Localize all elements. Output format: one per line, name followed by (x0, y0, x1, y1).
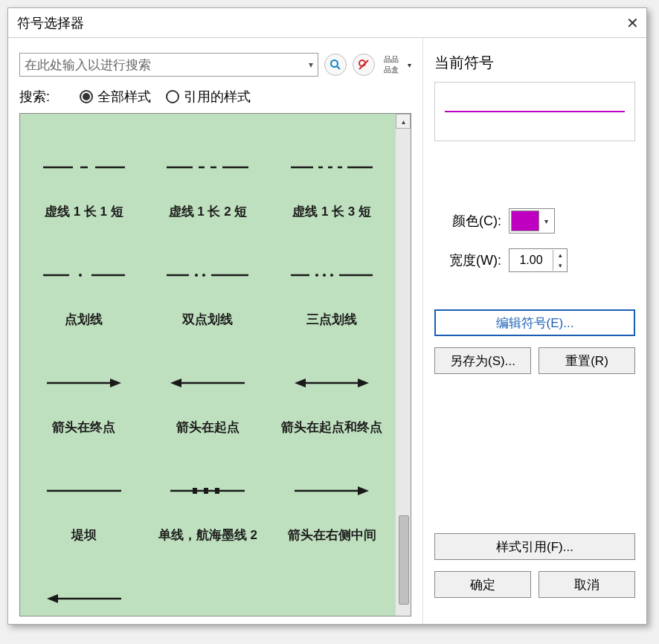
symbol-preview (28, 452, 141, 529)
symbol-label: 箭头在起点 (176, 421, 240, 435)
radio-unchecked-icon (166, 90, 179, 103)
svg-point-25 (323, 274, 326, 277)
radio-all-label: 全部样式 (97, 88, 151, 106)
svg-point-24 (315, 274, 318, 277)
symbol-preview (275, 236, 388, 313)
symbol-label: 箭头在终点 (52, 421, 115, 435)
symbol-cell[interactable]: 堤坝 (24, 445, 144, 549)
list-view-icon[interactable]: 品品 品盒 (381, 53, 402, 77)
search-input[interactable]: 在此处输入以进行搜索 ▾ (19, 53, 318, 77)
svg-point-26 (330, 274, 333, 277)
ok-button[interactable]: 确定 (434, 571, 531, 598)
symbol-cell[interactable]: 箭头在起点和终点 (271, 337, 392, 441)
symbol-label: 双点划线 (182, 313, 233, 327)
symbol-cell[interactable]: 虚线 1 长 1 短 (24, 121, 144, 225)
edit-symbol-button[interactable]: 编辑符号(E)... (434, 309, 635, 336)
radio-all-styles[interactable]: 全部样式 (80, 88, 151, 106)
svg-point-21 (202, 274, 205, 277)
svg-rect-37 (193, 488, 197, 494)
view-menu-arrow[interactable]: ▾ (408, 61, 411, 69)
save-as-button[interactable]: 另存为(S)... (434, 347, 531, 374)
color-label: 颜色(C): (434, 212, 501, 230)
chevron-down-icon[interactable]: ▾ (309, 59, 313, 70)
symbol-cell[interactable]: 箭头在起点 (148, 337, 269, 441)
preview-line (445, 111, 624, 112)
cancel-button[interactable]: 取消 (539, 571, 635, 598)
color-field-row: 颜色(C): ▾ (434, 208, 635, 234)
filter-label: 搜索: (19, 88, 50, 106)
reset-button[interactable]: 重置(R) (539, 347, 635, 374)
chevron-down-icon: ▾ (539, 217, 553, 225)
svg-point-17 (79, 274, 82, 277)
width-field-row: 宽度(W): ▴ ▾ (434, 248, 635, 272)
close-icon[interactable]: ✕ (626, 14, 639, 32)
current-symbol-title: 当前符号 (434, 53, 635, 73)
symbol-preview (152, 129, 265, 205)
dialog-content: 在此处输入以进行搜索 ▾ 品品 品盒 ▾ 搜索: (8, 38, 646, 624)
symbol-preview (152, 452, 265, 529)
svg-line-1 (337, 66, 340, 69)
width-spinner[interactable]: ▴ ▾ (509, 248, 568, 272)
svg-marker-41 (358, 486, 369, 495)
color-dropdown[interactable]: ▾ (509, 208, 555, 234)
spinner-down-icon[interactable]: ▾ (553, 260, 567, 271)
symbol-label: 箭头在右侧中间 (288, 529, 376, 543)
symbol-cell[interactable]: 箭头在右侧中间 (271, 445, 392, 549)
scrollbar[interactable]: ▴ (396, 114, 411, 616)
left-panel: 在此处输入以进行搜索 ▾ 品品 品盒 ▾ 搜索: (8, 38, 423, 624)
style-reference-button[interactable]: 样式引用(F)... (434, 533, 635, 560)
symbol-preview (275, 452, 388, 529)
symbol-cell[interactable]: 箭头在终点 (24, 337, 144, 441)
symbol-label: 点划线 (65, 313, 103, 327)
scroll-up-icon[interactable]: ▴ (396, 114, 411, 129)
radio-referenced-styles[interactable]: 引用的样式 (166, 88, 251, 106)
svg-rect-39 (215, 488, 219, 494)
symbol-label: 单线，航海墨线 2 (158, 529, 257, 543)
scroll-thumb[interactable] (399, 515, 409, 605)
symbol-preview (275, 129, 388, 205)
symbol-preview (28, 344, 141, 421)
symbol-label: 虚线 1 长 3 短 (292, 205, 371, 219)
symbol-label: 虚线 1 长 2 短 (169, 205, 248, 219)
symbol-preview (28, 236, 141, 313)
symbol-cell[interactable]: 单线，航海墨线 2 (148, 445, 269, 549)
svg-marker-34 (358, 379, 369, 387)
symbol-preview (275, 344, 388, 421)
symbol-cell[interactable]: 点划线 (24, 229, 144, 333)
clear-search-icon[interactable] (353, 54, 375, 76)
symbol-cell[interactable]: 双点划线 (148, 229, 269, 333)
symbol-preview (152, 344, 265, 421)
width-input[interactable] (509, 254, 553, 267)
current-symbol-preview (434, 82, 635, 141)
symbol-label: 堤坝 (71, 529, 97, 543)
spinner-up-icon[interactable]: ▴ (553, 250, 567, 260)
svg-marker-29 (110, 379, 121, 387)
svg-rect-38 (204, 488, 208, 494)
symbol-grid: 虚线 1 长 1 短 虚线 1 长 2 短 虚线 (24, 121, 392, 616)
radio-referenced-label: 引用的样式 (184, 88, 251, 106)
symbol-label: 虚线 1 长 1 短 (45, 205, 123, 219)
titlebar: 符号选择器 ✕ (8, 8, 646, 38)
symbol-cell[interactable]: 三点划线 (271, 229, 392, 333)
symbol-label: 箭头在起点和终点 (281, 421, 382, 435)
symbol-preview (28, 560, 141, 616)
symbol-preview (152, 236, 265, 313)
color-swatch (511, 210, 539, 231)
search-icon[interactable] (324, 54, 347, 76)
symbol-grid-scroll[interactable]: 虚线 1 长 1 短 虚线 1 长 2 短 虚线 (20, 114, 396, 616)
symbol-selector-dialog: 符号选择器 ✕ 在此处输入以进行搜索 ▾ 品品 品盒 ▾ (7, 7, 647, 625)
radio-checked-icon (80, 90, 93, 103)
symbol-cell[interactable]: 虚线 1 长 3 短 (271, 121, 392, 225)
dialog-title: 符号选择器 (17, 14, 84, 32)
symbol-cell[interactable]: 箭头在左侧中间 (24, 553, 144, 616)
svg-point-0 (331, 60, 338, 67)
filter-radio-row: 搜索: 全部样式 引用的样式 (19, 88, 411, 106)
symbol-label: 三点划线 (306, 313, 357, 327)
symbol-cell[interactable]: 虚线 1 长 2 短 (148, 121, 269, 225)
width-label: 宽度(W): (434, 251, 501, 269)
svg-point-20 (195, 274, 198, 277)
symbol-preview (28, 129, 141, 205)
search-placeholder: 在此处输入以进行搜索 (25, 57, 151, 74)
symbol-grid-container: 虚线 1 长 1 短 虚线 1 长 2 短 虚线 (19, 113, 411, 616)
right-panel: 当前符号 颜色(C): ▾ 宽度(W): ▴ ▾ (423, 38, 646, 624)
